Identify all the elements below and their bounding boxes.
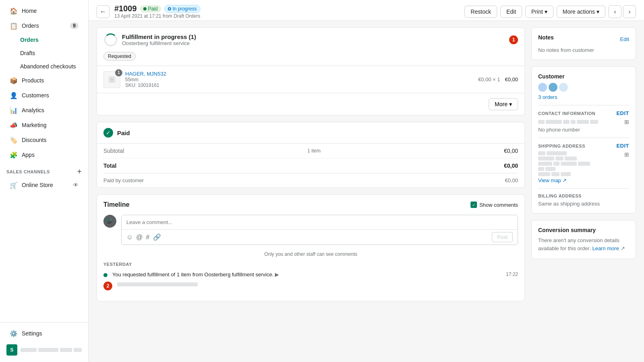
product-qty-badge: 1 bbox=[115, 69, 122, 76]
billing-text: Same as shipping address bbox=[538, 201, 629, 207]
timeline-event2-badge: 2 bbox=[103, 282, 112, 290]
sidebar-item-apps[interactable]: 🧩 Apps bbox=[3, 148, 85, 162]
payment-card: ✓ Paid Subtotal 1 item €0,00 Total €0,00 bbox=[97, 122, 525, 188]
print-chevron-icon: ▾ bbox=[545, 8, 547, 15]
timeline-card: Timeline ✓ Show comments bbox=[97, 194, 525, 301]
sidebar-item-online-store[interactable]: 🛒 Online Store 👁 bbox=[3, 178, 85, 192]
svg-rect-2 bbox=[107, 219, 109, 221]
home-icon: 🏠 bbox=[10, 7, 18, 15]
link-icon[interactable]: 🔗 bbox=[153, 233, 161, 241]
conversion-title: Conversion summary bbox=[538, 227, 629, 233]
comment-input[interactable] bbox=[122, 215, 518, 229]
online-store-icon: 🛒 bbox=[10, 181, 18, 189]
comment-input-wrap: ☺ @ # 🔗 Post bbox=[121, 215, 518, 245]
customer-orders-link[interactable]: 3 orders bbox=[538, 94, 629, 100]
content-main: Fulfillment in progress (1) Oosterberg f… bbox=[97, 27, 525, 356]
sidebar-item-discounts[interactable]: 🏷️ Discounts bbox=[3, 133, 85, 147]
sidebar-item-abandoned[interactable]: Abandoned checkouts bbox=[3, 60, 85, 73]
copy-address-icon[interactable]: ⊞ bbox=[624, 151, 629, 158]
show-comments-toggle[interactable]: ✓ Show comments bbox=[471, 202, 518, 208]
fulfillment-service: Oosterberg fulfillment service bbox=[122, 40, 196, 46]
mention-icon[interactable]: @ bbox=[136, 234, 142, 241]
sidebar: 🏠 Home 📋 Orders 9 Orders Drafts Abandone… bbox=[0, 0, 89, 362]
product-total: €0,00 bbox=[505, 76, 518, 82]
product-info: HAGER, MJN532 55mm SKU: 10019161 bbox=[125, 71, 473, 88]
edit-button[interactable]: Edit bbox=[500, 6, 522, 18]
payment-rows: Subtotal 1 item €0,00 Total €0,00 bbox=[97, 144, 524, 173]
customer-avatar-1 bbox=[538, 83, 547, 92]
svg-rect-5 bbox=[107, 223, 111, 224]
order-subtitle: 13 April 2021 at 17:21 from Draft Orders bbox=[114, 13, 200, 19]
contact-edit-button[interactable]: Edit bbox=[616, 110, 629, 116]
hashtag-icon[interactable]: # bbox=[146, 234, 150, 241]
subtotal-items: 1 item bbox=[308, 148, 321, 154]
comment-area: ☺ @ # 🔗 Post bbox=[97, 215, 524, 251]
print-button[interactable]: Print ▾ bbox=[525, 6, 553, 18]
fulfillment-badge-row: Requested bbox=[97, 52, 524, 66]
view-map-link[interactable]: View map ↗ bbox=[538, 177, 629, 183]
paid-dot bbox=[143, 7, 147, 10]
shipping-address-title: SHIPPING ADDRESS Edit bbox=[538, 143, 629, 149]
sidebar-item-home[interactable]: 🏠 Home bbox=[3, 4, 85, 18]
sidebar-item-products[interactable]: 📦 Products bbox=[3, 73, 85, 88]
shipping-edit-button[interactable]: Edit bbox=[616, 143, 629, 149]
product-price: €0,00 × 1 bbox=[478, 76, 500, 82]
timeline-section: YESTERDAY You requested fulfillment of 1… bbox=[97, 262, 524, 301]
notes-card: Notes Edit No notes from customer bbox=[531, 27, 636, 60]
restock-button[interactable]: Restock bbox=[464, 6, 497, 18]
discounts-icon: 🏷️ bbox=[10, 136, 18, 144]
settings-icon: ⚙️ bbox=[10, 329, 18, 337]
sidebar-item-settings[interactable]: ⚙️ Settings bbox=[3, 326, 85, 341]
fulfillment-notification-badge: 1 bbox=[509, 35, 518, 44]
timeline-expand-arrow[interactable]: ▶ bbox=[275, 272, 279, 278]
products-icon: 📦 bbox=[10, 76, 18, 84]
sidebar-nav: 🏠 Home 📋 Orders 9 Orders Drafts Abandone… bbox=[0, 0, 88, 322]
product-detail: 55mm bbox=[125, 77, 473, 82]
back-button[interactable]: ← bbox=[97, 5, 109, 18]
timeline-event: You requested fulfillment of 1 item from… bbox=[103, 272, 518, 278]
sales-channels-title: SALES CHANNELS + bbox=[0, 162, 88, 177]
external-link-icon-2: ↗ bbox=[621, 245, 625, 251]
timeline-title: Timeline bbox=[103, 201, 130, 208]
content-side: Notes Edit No notes from customer Custom… bbox=[531, 27, 636, 356]
timeline-event-2: 2 bbox=[103, 282, 518, 290]
divider-3 bbox=[538, 188, 629, 189]
order-title-row: #1009 Paid In progress bbox=[114, 4, 200, 13]
learn-more-link[interactable]: Learn more bbox=[592, 245, 619, 251]
sidebar-item-marketing[interactable]: 📣 Marketing bbox=[3, 118, 85, 132]
more-button[interactable]: More ▾ bbox=[489, 98, 518, 110]
emoji-icon[interactable]: ☺ bbox=[126, 234, 133, 241]
prev-order-button[interactable]: ‹ bbox=[609, 5, 621, 18]
show-comments-checkbox[interactable]: ✓ bbox=[471, 202, 477, 208]
paid-by-label: Paid by customer bbox=[103, 177, 144, 183]
paid-badge: Paid bbox=[140, 5, 161, 12]
product-name-link[interactable]: HAGER, MJN532 bbox=[125, 71, 473, 77]
next-order-button[interactable]: › bbox=[623, 5, 636, 18]
product-sku: SKU: 10019161 bbox=[125, 82, 473, 88]
in-progress-badge: In progress bbox=[164, 5, 200, 13]
svg-rect-1 bbox=[106, 217, 114, 225]
copy-contact-icon[interactable]: ⊞ bbox=[624, 119, 629, 125]
fulfillment-footer: More ▾ bbox=[97, 93, 524, 115]
sidebar-item-drafts[interactable]: Drafts bbox=[3, 47, 85, 60]
conversion-text: There aren't any conversion details avai… bbox=[538, 237, 629, 252]
no-phone-text: No phone number bbox=[538, 127, 629, 133]
topbar-title-area: #1009 Paid In progress 13 April 2021 at … bbox=[114, 4, 200, 19]
sidebar-item-orders-sub[interactable]: Orders bbox=[3, 33, 85, 46]
subtotal-row: Subtotal 1 item €0,00 bbox=[103, 144, 518, 158]
online-store-eye-icon: 👁 bbox=[73, 182, 78, 188]
sidebar-item-analytics[interactable]: 📊 Analytics bbox=[3, 103, 85, 117]
add-sales-channel-button[interactable]: + bbox=[77, 167, 82, 176]
post-button[interactable]: Post bbox=[492, 232, 513, 242]
requested-badge: Requested bbox=[103, 52, 136, 61]
more-chevron-icon: ▾ bbox=[509, 101, 512, 107]
show-comments-label: Show comments bbox=[479, 202, 518, 208]
sidebar-item-orders[interactable]: 📋 Orders 9 bbox=[3, 19, 85, 33]
notes-edit-button[interactable]: Edit bbox=[620, 36, 629, 42]
sidebar-item-customers[interactable]: 👤 Customers bbox=[3, 88, 85, 103]
shipping-address-redacted bbox=[538, 151, 590, 177]
sidebar-bottom: ⚙️ Settings S bbox=[0, 322, 88, 362]
orders-icon: 📋 bbox=[10, 22, 18, 30]
more-actions-button[interactable]: More actions ▾ bbox=[557, 6, 605, 18]
store-profile[interactable]: S bbox=[0, 341, 88, 359]
